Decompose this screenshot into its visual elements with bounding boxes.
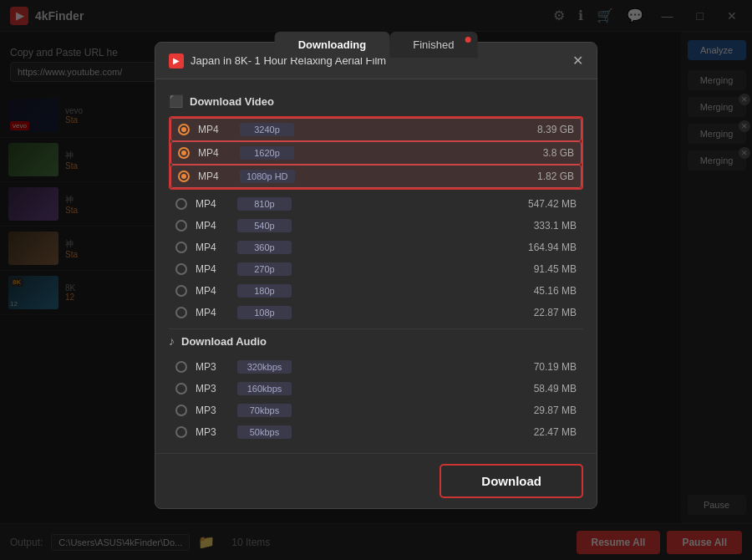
format-label: MP4 xyxy=(196,198,237,210)
radio-button[interactable] xyxy=(175,361,187,373)
format-label: MP4 xyxy=(198,171,240,182)
radio-button[interactable] xyxy=(175,263,187,275)
bitrate-badge: 160kbps xyxy=(237,382,292,395)
radio-button[interactable] xyxy=(175,198,187,210)
bitrate-badge: 70kbps xyxy=(237,404,292,417)
quality-row[interactable]: MP3 320kbps 70.19 MB xyxy=(169,356,583,378)
resolution-badge: 1620p xyxy=(240,146,294,160)
format-label: MP3 xyxy=(196,383,237,395)
download-button[interactable]: Download xyxy=(440,464,583,498)
quality-row[interactable]: MP4 1080p HD 1.82 GB xyxy=(170,165,582,188)
resolution-badge: 3240p xyxy=(240,123,294,136)
modal-overlay: ▶ Japan in 8K- 1 Hour Relaxing Aerial Fi… xyxy=(0,0,752,560)
quality-row[interactable]: MP4 108p 22.87 MB xyxy=(169,302,583,323)
tab-finished[interactable]: Finished xyxy=(389,32,477,58)
radio-button[interactable] xyxy=(175,383,187,395)
resolution-badge: 270p xyxy=(237,262,292,276)
format-label: MP3 xyxy=(196,426,237,438)
quality-row[interactable]: MP4 360p 164.94 MB xyxy=(169,237,583,258)
audio-icon: ♪ xyxy=(169,334,175,348)
modal-body: ⬛ Download Video MP4 3240p 8.39 GB MP4 1… xyxy=(155,79,597,453)
resolution-badge: 810p xyxy=(237,197,292,211)
file-size: 70.19 MB xyxy=(534,361,577,373)
file-size: 3.8 GB xyxy=(543,147,574,159)
radio-button[interactable] xyxy=(175,242,187,253)
quality-row[interactable]: MP3 70kbps 29.87 MB xyxy=(169,400,583,421)
modal-close-button[interactable]: ✕ xyxy=(572,53,583,69)
file-size: 1.82 GB xyxy=(537,171,574,182)
quality-row[interactable]: MP4 180p 45.16 MB xyxy=(169,280,583,302)
file-size: 58.49 MB xyxy=(534,383,577,395)
finished-dot xyxy=(465,37,470,43)
video-section-title: Download Video xyxy=(190,95,274,108)
format-label: MP4 xyxy=(196,307,237,318)
modal-logo: ▶ xyxy=(169,53,184,69)
quality-row[interactable]: MP4 1620p 3.8 GB xyxy=(170,141,582,165)
radio-button[interactable] xyxy=(178,171,190,182)
quality-row[interactable]: MP4 810p 547.42 MB xyxy=(169,193,583,215)
file-size: 547.42 MB xyxy=(528,198,577,210)
radio-button[interactable] xyxy=(178,124,190,135)
file-size: 91.45 MB xyxy=(534,263,577,275)
resolution-badge: 108p xyxy=(237,306,292,319)
file-size: 8.39 GB xyxy=(537,124,574,135)
highlighted-video-rows: MP4 3240p 8.39 GB MP4 1620p 3.8 GB MP4 1… xyxy=(169,116,583,190)
format-label: MP4 xyxy=(196,242,237,253)
download-tabs: Downloading Finished xyxy=(275,32,478,58)
radio-button[interactable] xyxy=(175,285,187,297)
video-icon: ⬛ xyxy=(169,94,183,108)
radio-button[interactable] xyxy=(178,147,190,159)
bitrate-badge: 50kbps xyxy=(237,425,292,439)
quality-row[interactable]: MP4 540p 333.1 MB xyxy=(169,215,583,237)
format-label: MP4 xyxy=(196,220,237,232)
audio-section-header: ♪ Download Audio xyxy=(169,334,583,348)
format-label: MP3 xyxy=(196,405,237,416)
radio-button[interactable] xyxy=(175,307,187,318)
format-label: MP4 xyxy=(198,124,240,135)
download-modal: ▶ Japan in 8K- 1 Hour Relaxing Aerial Fi… xyxy=(155,42,597,509)
format-label: MP3 xyxy=(196,361,237,373)
radio-button[interactable] xyxy=(175,426,187,438)
quality-row[interactable]: MP3 160kbps 58.49 MB xyxy=(169,378,583,400)
tab-downloading[interactable]: Downloading xyxy=(275,32,390,58)
file-size: 164.94 MB xyxy=(528,242,577,253)
bitrate-badge: 320kbps xyxy=(237,360,292,374)
resolution-badge: 360p xyxy=(237,241,292,254)
resolution-badge: 180p xyxy=(237,284,292,298)
file-size: 29.87 MB xyxy=(534,405,577,416)
radio-button[interactable] xyxy=(175,220,187,232)
divider xyxy=(169,328,583,329)
audio-section-title: Download Audio xyxy=(181,335,267,348)
radio-button[interactable] xyxy=(175,405,187,416)
quality-row[interactable]: MP3 50kbps 22.47 MB xyxy=(169,421,583,443)
video-section-header: ⬛ Download Video xyxy=(169,94,583,108)
format-label: MP4 xyxy=(196,285,237,297)
file-size: 333.1 MB xyxy=(534,220,577,232)
file-size: 22.87 MB xyxy=(534,307,577,318)
resolution-badge: 540p xyxy=(237,219,292,232)
format-label: MP4 xyxy=(196,263,237,275)
modal-footer: Download xyxy=(155,453,597,508)
quality-row[interactable]: MP4 3240p 8.39 GB xyxy=(170,118,582,141)
resolution-badge: 1080p HD xyxy=(240,170,295,183)
file-size: 45.16 MB xyxy=(534,285,577,297)
quality-row[interactable]: MP4 270p 91.45 MB xyxy=(169,258,583,280)
file-size: 22.47 MB xyxy=(534,426,577,438)
format-label: MP4 xyxy=(198,147,240,159)
